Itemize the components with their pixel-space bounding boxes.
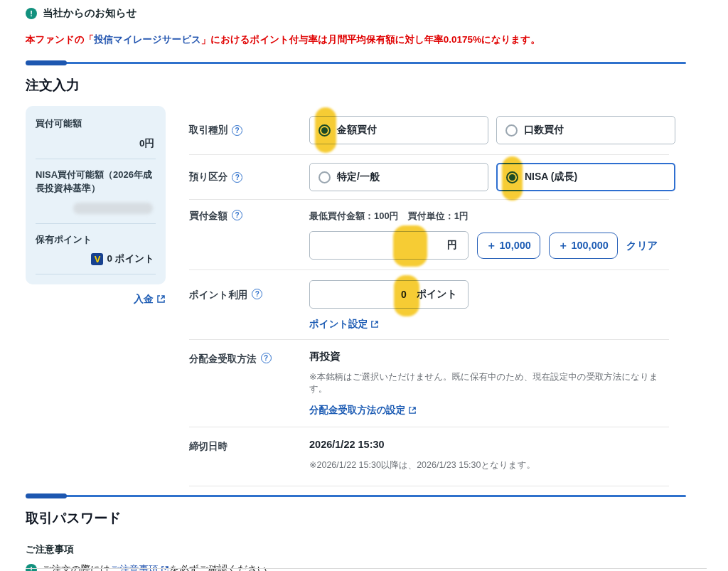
highlight-marker (393, 225, 427, 267)
account-summary-card: 買付可能額 0円 NISA買付可能額（2026年成長投資枠基準） 保有ポイント … (26, 106, 166, 284)
section-separator (26, 60, 686, 65)
separator-line (26, 495, 686, 497)
account-type-option-general[interactable]: 特定/一般 (309, 163, 488, 191)
points-use-row: ポイント利用 0 ポイント ポイント設定 (189, 270, 669, 340)
fund-order-page: 当社からのお知らせ 本ファンドの「投信マイレージサービス」におけるポイント付与率… (0, 0, 728, 571)
caution-notes-link[interactable]: ご注意事項 (110, 564, 159, 571)
trade-type-option-amount-label: 金額買付 (337, 124, 377, 137)
divider (36, 223, 156, 224)
add-100000-button[interactable]: ＋ 100,000 (549, 233, 618, 259)
trade-type-row: 取引種別 金額買付 口数買付 (189, 106, 669, 155)
help-icon[interactable] (232, 210, 242, 220)
trade-type-option-units-label: 口数買付 (524, 124, 564, 137)
deposit-link[interactable]: 入金 (134, 293, 166, 304)
info-icon (26, 564, 37, 571)
points-setting-link-label: ポイント設定 (309, 319, 368, 329)
account-type-option-general-label: 特定/一般 (337, 171, 380, 183)
nisa-buyable-label: NISA買付可能額（2026年成長投資枠基準） (36, 168, 156, 196)
trade-type-label: 取引種別 (189, 124, 228, 137)
order-form: 取引種別 金額買付 口数買付 (189, 106, 669, 486)
radio-checked-icon[interactable] (318, 124, 331, 137)
caution-text: ご注文の際にはご注意事項 を必ずご確認ください。 (42, 563, 277, 571)
help-icon[interactable] (261, 353, 272, 363)
account-summary-sidebar: 買付可能額 0円 NISA買付可能額（2026年成長投資枠基準） 保有ポイント … (26, 106, 166, 306)
held-points-row: 0 ポイント (36, 252, 154, 265)
separator-cap (26, 60, 67, 65)
points-input-value: 0 (401, 289, 407, 300)
radio-unchecked-icon[interactable] (505, 124, 518, 137)
external-link-icon (156, 293, 166, 304)
buyable-amount-label: 買付可能額 (36, 117, 156, 131)
deposit-link-label: 入金 (134, 293, 154, 304)
account-type-option-nisa[interactable]: NISA (成長) (496, 163, 675, 191)
radio-unchecked-icon[interactable] (318, 171, 331, 183)
amount-hint: 最低買付金額：100円 買付単位：1円 (309, 210, 669, 223)
deadline-note: ※2026/1/22 15:30以降は、2026/1/23 15:30となります… (309, 459, 669, 471)
clear-button[interactable]: クリア (626, 239, 658, 252)
trade-type-option-units[interactable]: 口数買付 (496, 116, 675, 144)
account-type-option-nisa-label: NISA (成長) (525, 171, 577, 183)
warning-text-prefix: 本ファンドの「 (26, 34, 94, 45)
dividend-method-row: 分配金受取方法 再投資 ※本銘柄はご選択いただけません。既に保有中のため、現在設… (189, 340, 669, 427)
notice-title: 当社からのお知らせ (43, 6, 137, 20)
section-separator (26, 493, 686, 498)
caution-title: ご注意事項 (26, 543, 686, 556)
bottom-divider (26, 568, 707, 569)
redacted-nisa-value (73, 203, 153, 214)
amount-unit-label: 円 (447, 239, 457, 252)
deadline-label: 締切日時 (189, 440, 228, 453)
points-setting-link[interactable]: ポイント設定 (309, 319, 379, 329)
warning-text-suffix: 」におけるポイント付与率は月間平均保有額に対し年率0.0175%になります。 (201, 34, 540, 45)
help-icon[interactable] (232, 125, 242, 136)
separator-cap (26, 493, 67, 498)
order-input-title: 注文入力 (26, 76, 686, 95)
dividend-setting-link[interactable]: 分配金受取方法の設定 (309, 405, 417, 415)
mileage-service-link[interactable]: 投信マイレージサービス (94, 34, 201, 45)
add-10000-button[interactable]: ＋ 10,000 (477, 233, 540, 259)
divider (36, 159, 156, 159)
info-icon (26, 8, 37, 19)
dividend-method-note: ※本銘柄はご選択いただけません。既に保有中のため、現在設定中の受取方法になります… (309, 371, 669, 395)
trade-type-option-amount[interactable]: 金額買付 (309, 116, 488, 144)
caution-line: ご注文の際にはご注意事項 を必ずご確認ください。 (26, 563, 686, 571)
held-points-label: 保有ポイント (36, 233, 156, 247)
radio-checked-icon[interactable] (506, 171, 518, 183)
external-link-icon (161, 564, 169, 571)
points-unit-label: ポイント (417, 288, 457, 301)
external-link-icon (370, 319, 379, 329)
help-icon[interactable] (232, 172, 242, 183)
divider (36, 274, 156, 274)
separator-line (26, 62, 686, 64)
external-link-icon (408, 405, 417, 415)
highlight-marker (394, 275, 419, 316)
amount-input[interactable]: 円 (309, 231, 469, 260)
deadline-row: 締切日時 2026/1/22 15:30 ※2026/1/22 15:30以降は… (189, 427, 669, 486)
points-use-label: ポイント利用 (189, 289, 247, 301)
points-input[interactable]: 0 ポイント (309, 280, 469, 309)
caution-suffix: を必ずご確認ください。 (169, 564, 277, 571)
purchase-amount-label: 買付金額 (189, 210, 228, 223)
vpoint-icon (91, 253, 103, 265)
dividend-method-label: 分配金受取方法 (189, 353, 257, 365)
buyable-amount-value: 0円 (36, 137, 154, 150)
dividend-method-value: 再投資 (309, 350, 669, 363)
help-icon[interactable] (252, 289, 262, 299)
mileage-warning: 本ファンドの「投信マイレージサービス」におけるポイント付与率は月間平均保有額に対… (26, 33, 686, 46)
held-points-value: 0 ポイント (107, 252, 154, 265)
dividend-setting-link-label: 分配金受取方法の設定 (309, 405, 405, 415)
account-type-row: 預り区分 特定/一般 NISA (成長) (189, 155, 669, 200)
caution-prefix: ご注文の際には (42, 564, 110, 571)
company-notice-header: 当社からのお知らせ (26, 0, 686, 20)
deadline-value: 2026/1/22 15:30 (309, 439, 669, 450)
account-type-label: 預り区分 (189, 171, 228, 183)
purchase-amount-row: 買付金額 最低買付金額：100円 買付単位：1円 円 ＋ 10,000 ＋ 10… (189, 200, 669, 270)
trade-password-title: 取引パスワード (26, 509, 686, 528)
